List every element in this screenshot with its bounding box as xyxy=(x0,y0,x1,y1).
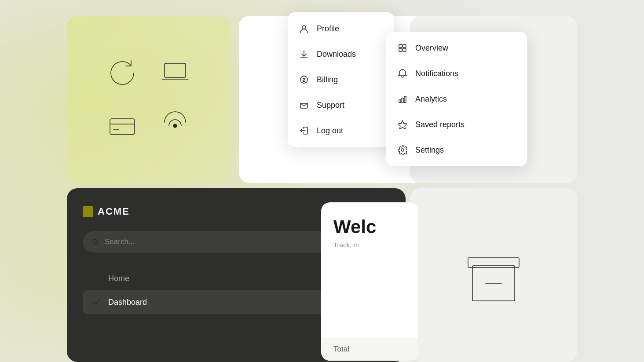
bell-icon xyxy=(397,68,408,79)
archive-icon-container xyxy=(458,239,529,311)
menu-item-analytics[interactable]: Analytics xyxy=(386,86,527,112)
user-icon xyxy=(298,23,310,34)
svg-rect-13 xyxy=(404,96,406,102)
menu-item-saved-reports[interactable]: Saved reports xyxy=(386,112,527,137)
menu-item-billing[interactable]: Billing xyxy=(288,67,394,92)
svg-rect-9 xyxy=(399,48,402,51)
wifi-icon xyxy=(159,110,191,142)
nav-dropdown-menu: Overview Notifications Analytics Saved r… xyxy=(386,32,527,166)
svg-line-17 xyxy=(97,243,99,245)
support-icon xyxy=(298,99,310,111)
settings-icon xyxy=(397,144,408,156)
laptop-icon xyxy=(159,57,191,89)
menu-item-overview[interactable]: Overview xyxy=(386,35,527,61)
notifications-label: Notifications xyxy=(415,69,458,78)
welcome-title: Welc xyxy=(333,216,406,238)
download-icon xyxy=(298,48,310,60)
overview-label: Overview xyxy=(415,44,448,53)
star-icon xyxy=(397,119,408,130)
icon-showcase-card xyxy=(67,16,231,183)
credit-card-icon xyxy=(106,110,138,142)
refresh-icon-cell xyxy=(106,57,138,89)
svg-marker-14 xyxy=(398,121,407,129)
menu-item-notifications[interactable]: Notifications xyxy=(386,61,527,86)
dashboard-label: Dashboard xyxy=(108,298,147,307)
archive-icon xyxy=(458,239,529,310)
archive-card xyxy=(410,188,577,362)
search-input-placeholder: Search... xyxy=(105,238,135,246)
analytics-icon xyxy=(397,93,408,105)
svg-rect-1 xyxy=(110,119,135,135)
acme-logo-text: ACME xyxy=(98,206,130,217)
svg-rect-12 xyxy=(402,98,403,102)
saved-reports-label: Saved reports xyxy=(415,120,465,129)
profile-label: Profile xyxy=(317,24,339,33)
analytics-label: Analytics xyxy=(415,95,447,104)
total-label: Total xyxy=(321,338,418,361)
svg-rect-10 xyxy=(403,48,406,51)
logout-label: Log out xyxy=(317,126,343,135)
svg-point-15 xyxy=(401,149,404,151)
menu-item-logout[interactable]: Log out xyxy=(288,118,394,143)
welcome-title-text: Welc xyxy=(333,216,376,237)
billing-icon xyxy=(298,74,310,85)
menu-item-downloads[interactable]: Downloads xyxy=(288,41,394,67)
svg-rect-7 xyxy=(399,44,402,48)
menu-item-settings[interactable]: Settings xyxy=(386,137,527,163)
logout-icon xyxy=(298,125,310,136)
grid-icon xyxy=(397,42,408,54)
svg-point-4 xyxy=(173,124,177,128)
home-label: Home xyxy=(108,274,129,283)
user-dropdown-menu: Profile Downloads Billing Support xyxy=(288,12,394,147)
laptop-icon-cell xyxy=(159,57,191,89)
downloads-label: Downloads xyxy=(317,50,356,59)
welcome-subtitle: Track, m xyxy=(333,241,406,249)
dashboard-icon xyxy=(91,297,101,307)
menu-item-support[interactable]: Support xyxy=(288,92,394,118)
svg-rect-11 xyxy=(399,100,401,102)
support-label: Support xyxy=(317,101,344,110)
card-icon-cell xyxy=(106,110,138,142)
svg-rect-8 xyxy=(403,44,406,48)
billing-label: Billing xyxy=(317,75,338,84)
refresh-icon xyxy=(106,57,138,89)
menu-item-profile[interactable]: Profile xyxy=(288,16,394,41)
acme-logo-square xyxy=(83,206,93,217)
home-icon xyxy=(91,274,101,283)
settings-label: Settings xyxy=(415,146,444,155)
svg-point-5 xyxy=(302,26,306,29)
wifi-icon-cell xyxy=(159,110,191,142)
search-icon xyxy=(91,238,99,246)
welcome-card: Welc Track, m Total xyxy=(321,202,418,361)
svg-rect-0 xyxy=(165,63,186,77)
